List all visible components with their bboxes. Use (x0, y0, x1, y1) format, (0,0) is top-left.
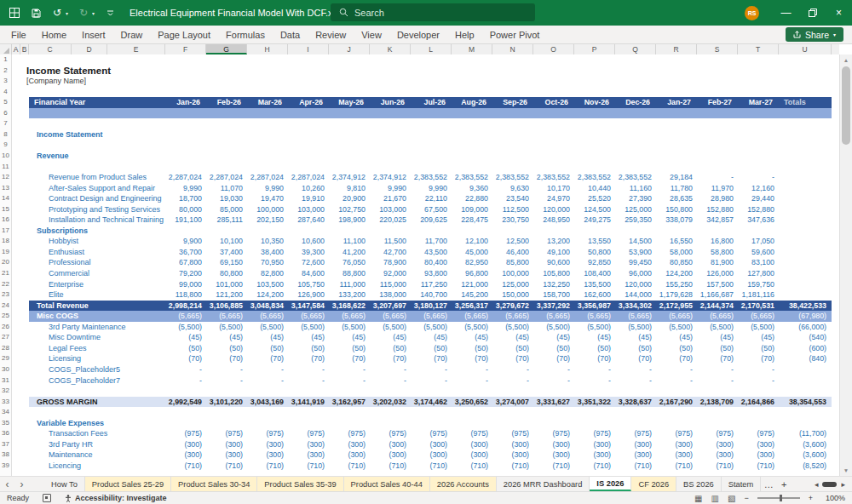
cell-value[interactable]: 126,900 (288, 289, 329, 301)
cell-value[interactable]: (300) (492, 439, 533, 450)
column-header-i[interactable]: I (288, 44, 329, 54)
cell-total[interactable]: (67,980) (779, 311, 832, 322)
cell-value[interactable]: 58,800 (697, 247, 738, 258)
row-number-17[interactable]: 17 (0, 226, 11, 237)
cell-value[interactable]: 2,998,214 (165, 301, 206, 312)
cell-value[interactable]: 11,160 (615, 183, 656, 194)
cell-value[interactable]: 3,202,032 (370, 397, 411, 408)
cell-value[interactable]: (710) (656, 461, 697, 472)
cell-value[interactable]: 16,800 (697, 236, 738, 247)
zoom-slider-thumb[interactable] (780, 495, 782, 501)
row-number-27[interactable]: 27 (0, 332, 11, 343)
row-number-3[interactable]: 3 (0, 76, 11, 87)
cell-value[interactable]: 28,980 (697, 193, 738, 204)
row-number-24[interactable]: 24 (0, 301, 11, 312)
cell-value[interactable]: 96,800 (452, 268, 492, 279)
cell-value[interactable]: (300) (165, 439, 206, 450)
save-icon[interactable] (30, 7, 42, 19)
row-number-13[interactable]: 13 (0, 183, 11, 194)
cell-value[interactable]: (45) (697, 332, 738, 343)
cell-value[interactable]: 108,400 (574, 268, 615, 279)
cell-value[interactable]: (300) (615, 439, 656, 450)
cell-label[interactable]: Variable Expenses (37, 418, 104, 429)
cell-value[interactable]: (710) (288, 461, 329, 472)
month-header[interactable]: Apr-26 (288, 97, 329, 108)
view-layout-button[interactable]: ▥ (711, 494, 719, 503)
cell-value[interactable]: (45) (370, 332, 411, 343)
cell-value[interactable]: (50) (370, 343, 411, 354)
cell-value[interactable]: (300) (329, 439, 370, 450)
cell-value[interactable]: (70) (656, 353, 697, 364)
cell-value[interactable]: 2,287,024 (288, 172, 329, 183)
hscroll-right-icon[interactable]: ▸ (841, 480, 845, 489)
cell-value[interactable]: (5,665) (206, 311, 247, 322)
cell-value[interactable]: (45) (492, 332, 533, 343)
row-number-36[interactable]: 36 (0, 428, 11, 439)
cell-value[interactable]: (45) (656, 332, 697, 343)
cell-value[interactable]: (300) (656, 450, 697, 461)
cell-value[interactable]: 11,100 (329, 236, 370, 247)
row-number-29[interactable]: 29 (0, 353, 11, 364)
cell-value[interactable]: 2,172,955 (656, 301, 697, 312)
row-number-39[interactable]: 39 (0, 461, 11, 472)
cell-value[interactable]: (5,665) (329, 311, 370, 322)
cell-value[interactable]: (50) (697, 343, 738, 354)
cell-value[interactable]: 9,990 (370, 183, 411, 194)
cell-value[interactable]: - (697, 172, 738, 183)
cell-value[interactable]: - (288, 364, 329, 375)
row-number-19[interactable]: 19 (0, 247, 11, 258)
cell-value[interactable]: (50) (492, 343, 533, 354)
cell-value[interactable]: 43,500 (411, 247, 452, 258)
cell-value[interactable]: 158,700 (533, 289, 574, 301)
cell-value[interactable]: 117,250 (411, 279, 452, 290)
cell-label[interactable]: Transaction Fees (49, 428, 107, 439)
column-header-l[interactable]: L (411, 44, 452, 54)
cell-value[interactable]: (300) (329, 450, 370, 461)
cell-value[interactable]: 17,050 (738, 236, 779, 247)
cell-value[interactable]: (70) (615, 353, 656, 364)
cell-label[interactable]: Hobbyist (49, 236, 78, 247)
cell-value[interactable]: 230,750 (492, 215, 533, 226)
cell-label[interactable]: Contract Design and Engineering (49, 193, 162, 204)
cell-value[interactable]: 70,950 (247, 257, 288, 268)
select-all-cell[interactable] (0, 44, 12, 54)
cell-value[interactable]: (710) (165, 461, 206, 472)
cell-value[interactable]: 3,101,220 (206, 397, 247, 408)
cell-value[interactable]: (300) (615, 450, 656, 461)
cell-value[interactable]: 144,000 (615, 289, 656, 301)
cell-value[interactable]: 155,250 (656, 279, 697, 290)
month-header[interactable]: Aug-26 (452, 97, 492, 108)
cell-label[interactable]: Commercial (49, 268, 89, 279)
cell-value[interactable]: 120,000 (533, 204, 574, 215)
cell-value[interactable]: - (206, 364, 247, 375)
cell-value[interactable]: - (411, 364, 452, 375)
cell-value[interactable]: 11,700 (411, 236, 452, 247)
cell-value[interactable]: 338,079 (656, 215, 697, 226)
row-number-32[interactable]: 32 (0, 386, 11, 397)
cell-value[interactable]: (5,500) (411, 322, 452, 333)
cell-value[interactable]: 92,000 (370, 268, 411, 279)
sheet-tab-2026-mrr-dashboard[interactable]: 2026 MRR Dashboard (497, 477, 590, 491)
cell-value[interactable]: - (206, 375, 247, 387)
cell-value[interactable]: 53,900 (615, 247, 656, 258)
cell-value[interactable]: 10,100 (206, 236, 247, 247)
cell-value[interactable]: 152,880 (738, 204, 779, 215)
ribbon-tab-home[interactable]: Home (34, 30, 74, 40)
cell-value[interactable]: 16,550 (656, 236, 697, 247)
cell-value[interactable]: 14,500 (615, 236, 656, 247)
cell-value[interactable]: 105,800 (533, 268, 574, 279)
cell-value[interactable]: 10,440 (574, 183, 615, 194)
cell-value[interactable]: 124,500 (574, 204, 615, 215)
cell-value[interactable]: - (329, 375, 370, 387)
cell-value[interactable]: 23,540 (492, 193, 533, 204)
cell-value[interactable]: (45) (533, 332, 574, 343)
cell-value[interactable]: (50) (165, 343, 206, 354)
sheet-tab-is-2026[interactable]: IS 2026 (590, 477, 631, 491)
cell-value[interactable]: 2,170,531 (738, 301, 779, 312)
cell-value[interactable]: (300) (738, 439, 779, 450)
cell-value[interactable]: 126,000 (697, 268, 738, 279)
cell-value[interactable]: 11,500 (370, 236, 411, 247)
cell-value[interactable]: (5,665) (165, 311, 206, 322)
cell-value[interactable]: (45) (574, 332, 615, 343)
cell-value[interactable]: (300) (206, 450, 247, 461)
